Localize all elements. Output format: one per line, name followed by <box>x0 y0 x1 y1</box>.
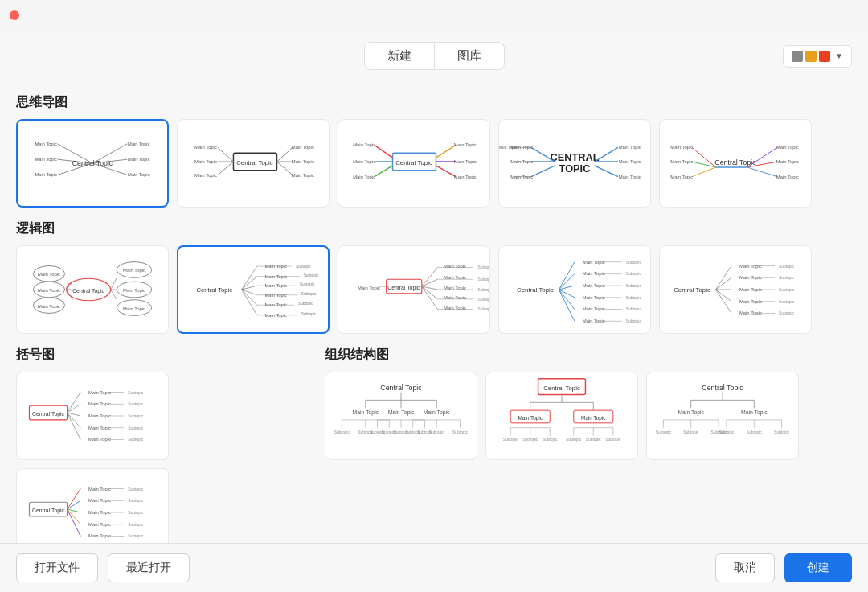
org-card-3[interactable]: Central Topic Main Topic Main Topic Su <box>646 372 799 460</box>
logic-svg-4: Central Topic Main Topic Main Topic Main… <box>499 246 650 333</box>
bottom-bar: 打开文件 最近打开 取消 创建 <box>0 543 868 592</box>
svg-line-93 <box>111 290 117 300</box>
mindmap-card-3[interactable]: Central Topic Main Topic Main Topic Main… <box>338 119 490 208</box>
title-bar <box>0 0 868 31</box>
svg-text:Main Topic: Main Topic <box>583 283 605 288</box>
svg-text:Main Topic: Main Topic <box>776 159 799 164</box>
svg-text:Main Topic: Main Topic <box>88 426 111 430</box>
svg-text:Main Topic: Main Topic <box>292 159 314 164</box>
svg-text:Main Topic: Main Topic <box>194 145 217 150</box>
svg-text:Main Topic: Main Topic <box>88 510 111 515</box>
svg-line-46 <box>531 166 555 177</box>
mindmap-card-5[interactable]: Central Topic Main Topic Main Topic Main… <box>659 119 812 208</box>
svg-text:Main Topic: Main Topic <box>35 142 57 146</box>
svg-text:CENTRAL: CENTRAL <box>551 151 600 163</box>
svg-text:Subtopic: Subtopic <box>296 265 311 269</box>
org-card-1[interactable]: Central Topic Main Topic Main Topic Main… <box>325 372 477 460</box>
svg-text:Subtopic: Subtopic <box>128 414 144 418</box>
mindmap-card-1[interactable]: Central Topic Main Topic Main Topic Main… <box>16 119 169 208</box>
cancel-button[interactable]: 取消 <box>715 553 775 582</box>
svg-text:Subtopic: Subtopic <box>128 438 144 442</box>
logic-card-2[interactable]: Central Topic Main Topic Main Topic Main… <box>177 245 330 334</box>
svg-text:Subtopic: Subtopic <box>626 319 642 323</box>
section-title-mindmap: 思维导图 <box>16 94 852 111</box>
svg-line-19 <box>276 147 293 162</box>
tab-library[interactable]: 图库 <box>435 43 504 69</box>
svg-text:Main Topic: Main Topic <box>123 268 145 273</box>
bracket-card-2[interactable]: Central Topic Main Topic Main Topic Main… <box>16 468 169 543</box>
main-container: 新建 图库 ▼ 思维导图 <box>0 31 868 592</box>
swatch-red <box>819 51 830 62</box>
svg-text:Subtopic: Subtopic <box>626 261 642 265</box>
svg-text:Subtopic: Subtopic <box>478 278 489 282</box>
svg-text:Subtopic: Subtopic <box>478 308 489 312</box>
svg-text:Main Topic: Main Topic <box>388 409 415 416</box>
bracket-svg-1: Central Topic Main Topic Main Topic Main… <box>17 372 168 459</box>
logic-card-1[interactable]: Central Topic Main Topic Main Topic Main… <box>16 245 169 334</box>
svg-text:Subtopic: Subtopic <box>779 311 795 315</box>
logic-card-3[interactable]: Central Topic Main Topic Main Topic Main… <box>338 245 490 334</box>
svg-line-192 <box>68 404 81 413</box>
section-title-org: 组织结构图 <box>325 347 852 364</box>
svg-text:Subtopic: Subtopic <box>626 308 642 312</box>
svg-line-67 <box>747 167 777 177</box>
mindmap-card-2[interactable]: Central Topic Main Topic Main Topic Main… <box>177 119 330 208</box>
svg-text:Subtopic: Subtopic <box>542 438 559 442</box>
color-picker-button[interactable]: ▼ <box>783 45 852 68</box>
bracket-card-1[interactable]: Central Topic Main Topic Main Topic Main… <box>16 372 169 460</box>
create-button[interactable]: 创建 <box>784 553 852 582</box>
svg-text:Central Topic: Central Topic <box>196 286 232 294</box>
org-svg-1: Central Topic Main Topic Main Topic Main… <box>326 372 477 459</box>
svg-text:Subtopic: Subtopic <box>626 272 642 276</box>
section-title-logic: 逻辑图 <box>16 220 852 237</box>
org-grid: Central Topic Main Topic Main Topic Main… <box>325 372 852 460</box>
svg-line-18 <box>218 162 234 175</box>
org-card-2[interactable]: Central Topic Main Topic Main Topic <box>485 372 638 460</box>
svg-text:Subtopic: Subtopic <box>452 430 469 434</box>
svg-text:Msin Topic: Msin Topic <box>499 146 518 150</box>
svg-text:Main Topic: Main Topic <box>194 173 217 178</box>
mindmap-card-4[interactable]: CENTRAL TOPIC Main Topic Main Topic Main… <box>498 119 651 208</box>
svg-line-129 <box>422 279 438 286</box>
logic-card-5[interactable]: Central Topic Main Topic Main Topic Main… <box>659 245 812 334</box>
svg-text:Subtopic: Subtopic <box>128 534 144 538</box>
svg-text:Main Topic: Main Topic <box>583 319 605 323</box>
svg-text:Main Topic: Main Topic <box>38 288 60 293</box>
svg-line-16 <box>218 147 234 162</box>
svg-text:Subtopic: Subtopic <box>779 288 795 292</box>
svg-text:Subtopic: Subtopic <box>779 276 795 280</box>
traffic-light-close[interactable] <box>10 10 19 20</box>
svg-text:Central Topic: Central Topic <box>395 159 432 166</box>
svg-text:Main Topic: Main Topic <box>88 498 111 503</box>
svg-text:Subtopic: Subtopic <box>128 511 144 515</box>
svg-text:Subtopic: Subtopic <box>774 430 790 434</box>
svg-text:Subtopic: Subtopic <box>304 273 319 278</box>
svg-text:Subtopic: Subtopic <box>301 292 317 296</box>
logic-card-4[interactable]: Central Topic Main Topic Main Topic Main… <box>498 245 651 334</box>
tab-new[interactable]: 新建 <box>365 43 434 69</box>
svg-text:Main Topic: Main Topic <box>741 409 768 416</box>
svg-text:Main Topic: Main Topic <box>88 533 111 538</box>
svg-text:Main Topic: Main Topic <box>619 145 641 150</box>
svg-text:Subtopic: Subtopic <box>334 430 350 434</box>
bottom-right-actions: 取消 创建 <box>715 553 852 582</box>
svg-text:Main Topic: Main Topic <box>454 175 477 179</box>
svg-line-21 <box>276 162 293 175</box>
logic-svg-3: Central Topic Main Topic Main Topic Main… <box>338 246 489 333</box>
svg-text:Subtopic: Subtopic <box>566 438 582 442</box>
svg-text:TOPIC: TOPIC <box>559 162 591 175</box>
svg-text:Main Topic: Main Topic <box>583 271 605 276</box>
mindmap-svg-2: Central Topic Main Topic Main Topic Main… <box>178 120 329 207</box>
recent-button[interactable]: 最近打开 <box>108 553 190 582</box>
svg-text:Main Topic: Main Topic <box>353 159 375 164</box>
svg-text:Central Topic: Central Topic <box>517 286 554 294</box>
open-file-button[interactable]: 打开文件 <box>16 553 98 582</box>
logic-svg-5: Central Topic Main Topic Main Topic Main… <box>660 246 811 333</box>
svg-line-33 <box>436 145 456 158</box>
svg-line-191 <box>68 393 81 413</box>
svg-text:Main Topic: Main Topic <box>776 175 799 179</box>
svg-text:Main Topic: Main Topic <box>194 159 217 164</box>
svg-text:Central Topic: Central Topic <box>702 384 744 392</box>
swatch-gray <box>792 51 803 62</box>
svg-text:Main Topic: Main Topic <box>670 175 693 179</box>
